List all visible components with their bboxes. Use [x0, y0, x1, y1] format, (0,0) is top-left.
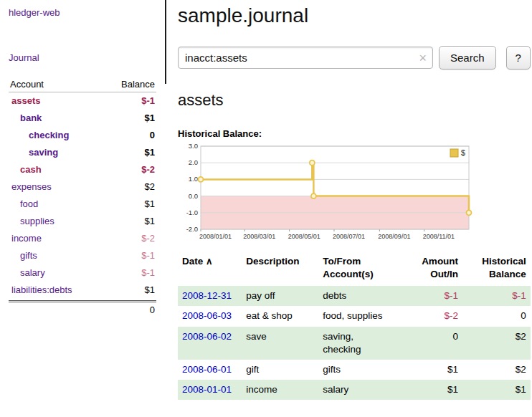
chart-series-marker: [311, 193, 316, 198]
register-date-link[interactable]: 2008-06-03: [182, 310, 232, 321]
search-button[interactable]: Search: [439, 46, 496, 70]
account-balance: $-1: [141, 247, 155, 264]
register-row: 2008-06-02savesaving, checking0$2: [178, 327, 531, 360]
account-balance: $1: [145, 110, 155, 127]
sidebar: hledger-web Journal Account Balance asse…: [0, 0, 166, 417]
sort-asc-icon: ∧: [203, 256, 212, 267]
register-date-cell: 2008-06-01: [178, 360, 242, 380]
register-date-cell: 2008-06-02: [178, 327, 242, 360]
account-link[interactable]: saving: [29, 144, 58, 161]
register-row: 2008-06-01giftgifts$1$2: [178, 360, 531, 380]
register-date-cell: 2008-06-03: [178, 306, 242, 326]
account-balance: $-2: [141, 161, 155, 178]
chart-series-marker: [467, 210, 472, 215]
help-button[interactable]: ?: [506, 46, 531, 70]
register-date-link[interactable]: 2008-01-01: [182, 384, 232, 395]
register-table-body: 2008-12-31pay offdebts$-1$-12008-06-03ea…: [178, 286, 531, 400]
chart-legend-swatch: [450, 149, 458, 157]
chart-series-marker: [310, 160, 315, 166]
account-row: cash$-2: [9, 161, 156, 178]
account-row: gifts$-1: [9, 247, 156, 264]
register-date-link[interactable]: 2008-12-31: [182, 290, 232, 301]
account-balance: $1: [145, 144, 155, 161]
account-row: supplies$1: [9, 213, 156, 230]
register-row: 2008-01-01incomesalary$1$1: [178, 380, 531, 400]
register-balance: $1: [462, 380, 531, 400]
account-link[interactable]: expenses: [11, 178, 52, 196]
accounts-list: assets$-1bank$1checking0saving$1cash$-2e…: [9, 92, 156, 299]
accounts-panel: Account Balance assets$-1bank$1checking0…: [9, 79, 156, 315]
account-link[interactable]: bank: [20, 110, 42, 127]
register-header-balance: HistoricalBalance: [462, 254, 531, 286]
register-accounts: saving, checking: [318, 327, 408, 360]
register-header-amount: AmountOut/In: [408, 254, 462, 286]
brand-link[interactable]: hledger-web: [9, 7, 156, 18]
chart-y-tick-label: 3.0: [189, 142, 198, 150]
account-link[interactable]: supplies: [20, 213, 54, 230]
search-form: × Search ?: [178, 46, 531, 70]
register-header-accounts: To/FromAccount(s): [318, 254, 408, 286]
account-balance: 0: [150, 127, 155, 144]
account-link[interactable]: cash: [20, 161, 42, 178]
chart-x-tick-label: 2008/09/01: [378, 233, 410, 240]
app-root: hledger-web Journal Account Balance asse…: [0, 0, 532, 417]
register-row: 2008-06-03eat & shopfood, supplies$-20: [178, 306, 531, 326]
register-date-link[interactable]: 2008-06-02: [182, 331, 232, 342]
register-header-date[interactable]: Date ∧: [178, 254, 242, 286]
clear-search-icon[interactable]: ×: [419, 51, 427, 64]
account-link[interactable]: food: [20, 196, 38, 213]
account-link[interactable]: gifts: [20, 247, 37, 264]
register-description: eat & shop: [242, 306, 318, 326]
account-heading: assets: [178, 91, 531, 110]
account-row: assets$-1: [9, 92, 156, 110]
account-row: liabilities:debts$1: [9, 282, 156, 299]
chart-x-tick-label: 2008/07/01: [333, 233, 365, 240]
register-balance: $2: [462, 327, 531, 360]
register-date-cell: 2008-12-31: [178, 286, 242, 306]
account-balance: $-1: [141, 264, 155, 282]
register-date-cell: 2008-01-01: [178, 380, 242, 400]
account-balance: $2: [145, 178, 155, 196]
register-accounts: debts: [318, 286, 408, 306]
account-row: income$-2: [9, 230, 156, 247]
accounts-table-header: Account Balance: [9, 79, 156, 92]
historical-balance-chart: 3.02.01.00.0-1.0-2.02008/01/012008/03/01…: [178, 142, 473, 244]
register-description: gift: [242, 360, 318, 380]
chart-y-tick-label: -1.0: [186, 208, 198, 216]
search-input[interactable]: [178, 47, 433, 69]
account-row: saving$1: [9, 144, 156, 161]
chart-x-tick-label: 2008/01/01: [199, 233, 232, 240]
accounts-header-balance: Balance: [121, 79, 155, 90]
account-link[interactable]: assets: [11, 92, 40, 110]
page-title: sample.journal: [178, 4, 531, 27]
register-amount: $-1: [408, 286, 462, 306]
accounts-total-value: 0: [150, 305, 155, 315]
account-link[interactable]: checking: [29, 127, 69, 144]
register-balance: $2: [462, 360, 531, 380]
account-balance: $1: [145, 196, 155, 213]
register-description: income: [242, 380, 318, 400]
account-link[interactable]: income: [11, 230, 42, 247]
register-row: 2008-12-31pay offdebts$-1$-1: [178, 286, 531, 306]
account-link[interactable]: liabilities:debts: [11, 282, 72, 299]
register-amount: $-2: [408, 306, 462, 326]
chart-x-tick-label: 2008/11/01: [423, 233, 455, 240]
register-accounts: food, supplies: [318, 306, 408, 326]
register-balance: $-1: [462, 286, 531, 306]
account-balance: $-2: [141, 230, 155, 247]
chart-x-tick-label: 2008/05/01: [288, 233, 320, 240]
main-content: sample.journal × Search ? assets Histori…: [166, 0, 532, 417]
register-date-link[interactable]: 2008-06-01: [182, 364, 232, 375]
accounts-total-row: 0: [9, 300, 156, 315]
register-table: Date ∧DescriptionTo/FromAccount(s)Amount…: [178, 254, 531, 400]
register-description: save: [242, 327, 318, 360]
chart-series-marker: [199, 177, 204, 182]
account-row: bank$1: [9, 110, 156, 127]
register-table-head: Date ∧DescriptionTo/FromAccount(s)Amount…: [178, 254, 531, 286]
chart-y-tick-label: -2.0: [186, 225, 198, 233]
sidebar-item-journal[interactable]: Journal: [9, 52, 156, 63]
account-balance: $1: [145, 213, 155, 230]
register-amount: $1: [408, 380, 462, 400]
register-amount: 0: [408, 327, 462, 360]
account-link[interactable]: salary: [20, 264, 45, 282]
